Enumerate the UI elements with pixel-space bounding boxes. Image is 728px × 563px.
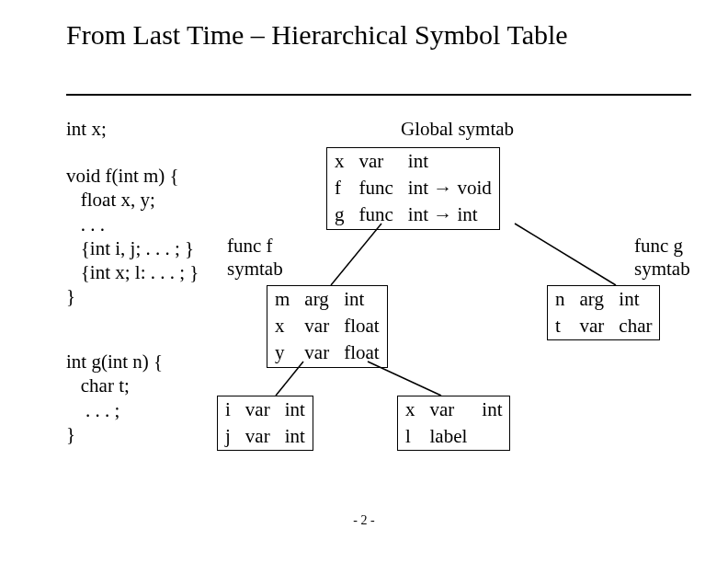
code-func-g: int g(int n) { char t; . . . ; }	[66, 350, 163, 446]
table-row: yvarfloat	[267, 339, 388, 367]
svg-line-0	[331, 224, 381, 285]
table-row: nargint	[548, 286, 660, 314]
table-row: xvarfloat	[267, 313, 388, 339]
page-number: - 2 -	[0, 513, 728, 528]
block-xl-table: xvarint llabel	[397, 396, 510, 451]
global-symtab-label: Global symtab	[401, 118, 514, 141]
global-table: xvarint ffuncint → void gfuncint → int	[326, 147, 500, 230]
code-func-f: void f(int m) { float x, y; . . . {int i…	[66, 164, 199, 309]
title-rule	[66, 94, 691, 96]
funcf-table: margint xvarfloat yvarfloat	[267, 285, 388, 368]
funcg-table: nargint tvarchar	[547, 285, 660, 340]
page-title: From Last Time – Hierarchical Symbol Tab…	[66, 18, 618, 52]
block-ij-table: ivarint jvarint	[217, 396, 313, 451]
table-row: ffuncint → void	[327, 175, 500, 201]
funcg-symtab-label: func g symtab	[634, 235, 690, 281]
code-decl-x: int x;	[66, 118, 107, 141]
table-row: ivarint	[218, 396, 313, 424]
table-row: tvarchar	[548, 313, 660, 340]
table-row: xvarint	[398, 396, 510, 424]
table-row: llabel	[398, 423, 510, 451]
table-row: margint	[267, 286, 388, 314]
svg-line-1	[515, 224, 616, 285]
table-row: gfuncint → int	[327, 201, 500, 229]
funcf-symtab-label: func f symtab	[227, 235, 283, 281]
table-row: xvarint	[327, 148, 500, 176]
table-row: jvarint	[218, 423, 313, 451]
